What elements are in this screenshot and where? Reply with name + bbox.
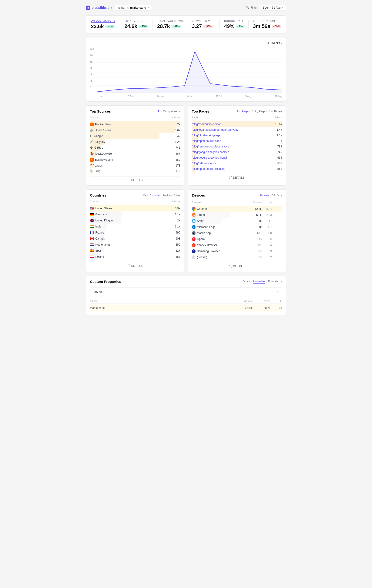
list-item[interactable]: 📱 Mobile App 431 1.8	[192, 230, 282, 236]
tab-size[interactable]: Size	[277, 194, 282, 197]
stat-unique-visitors-label: UNIQUE VISITORS	[91, 19, 115, 22]
list-item[interactable]: G Google 5.4k	[90, 133, 180, 139]
list-item[interactable]: e Microsoft Edge 1.1k 4.7	[192, 224, 282, 230]
stat-unique-visitors[interactable]: UNIQUE VISITORS 23.6k ↑ 80%	[91, 19, 115, 30]
stat-total-pageviews-value: 28.7k ↑ 62%	[157, 23, 183, 29]
list-item[interactable]: 🇺🇸 United States 5.9k	[90, 205, 180, 211]
pages-details-button[interactable]: ⛶ DETAILS	[192, 176, 282, 179]
list-item[interactable]: 🇩🇪 Germany 2.1k	[90, 211, 180, 218]
list-item[interactable]: /blog/google-analytics-cookies 745	[192, 149, 282, 155]
custom-properties-title: Custom Properties	[90, 280, 121, 284]
countries-details-button[interactable]: ⛶ DETAILS	[90, 264, 180, 267]
logo-dropdown-icon[interactable]: ▾	[111, 7, 112, 9]
list-item[interactable]: /blog/open-source-licenses 561	[192, 166, 282, 172]
author-dropdown[interactable]: author ▾	[90, 287, 282, 296]
list-item[interactable]: 🔗 Direct / None 6.6k	[90, 127, 180, 133]
col-page: Page	[192, 116, 198, 119]
col-events: Events	[252, 300, 270, 302]
list-item[interactable]: 🇫🇷 France 990	[90, 230, 180, 236]
stat-total-pageviews[interactable]: TOTAL PAGEVIEWS 28.7k ↑ 62%	[157, 20, 183, 29]
list-item[interactable]: Y Yandex 178	[90, 163, 180, 168]
stat-views-per-visit[interactable]: VIEWS PER VISIT 3.27 ↓ 33%	[192, 20, 215, 29]
tab-all[interactable]: All	[158, 110, 161, 113]
sources-table-header: Source Visitors	[90, 116, 180, 120]
stat-unique-visitors-badge: ↑ 80%	[105, 25, 115, 28]
list-item[interactable]: ? (not set) 53 0.2	[192, 254, 282, 260]
list-item[interactable]: 🇬🇧 United Kingdom 2k	[90, 218, 180, 223]
list-item[interactable]: /blog/open-source-saas 1k	[192, 138, 282, 144]
expand-icon: ⛶	[229, 265, 232, 268]
filter-value: marko-saric	[130, 6, 146, 9]
svg-marker-7	[97, 52, 282, 93]
funnels-chevron-icon[interactable]: ▾	[281, 280, 282, 284]
tab-map[interactable]: Map	[143, 194, 148, 197]
chart-y-labels: 12k 10k 8k 6k 4k 2k 0	[90, 48, 96, 89]
tab-entry-pages[interactable]: Entry Pages	[252, 110, 267, 113]
list-item[interactable]: 🇪🇸 Spain 527	[90, 248, 180, 254]
list-item[interactable]: /blog/google-analytics-illegal 635	[192, 155, 282, 160]
list-item[interactable]: Y hckrnews.com 359	[90, 157, 180, 163]
stat-visit-duration-badge: ↓ 39%	[272, 25, 281, 28]
list-item[interactable]: 🦆 DuckDuckGo 467	[90, 151, 180, 157]
list-item[interactable]: Chrome 12.3k 52.4	[192, 206, 282, 212]
list-item[interactable]: 🔍 Bing 172	[90, 168, 180, 174]
stat-divider-5	[248, 20, 248, 29]
top-sources-tabs: All Campaigns ▾	[158, 110, 180, 113]
table-row[interactable]: marko-saric 23.6k 28.7k 100	[90, 304, 282, 311]
tab-funnels[interactable]: Funnels	[268, 280, 278, 284]
tab-top-pages[interactable]: Top Pages	[237, 110, 250, 113]
sources-footer: ⛶ DETAILS	[90, 176, 180, 182]
chevron-down-icon: ▾	[281, 42, 282, 44]
list-item[interactable]: Y Yandex Browser 89 0.4	[192, 242, 282, 248]
sources-details-button[interactable]: ⛶ DETAILS	[90, 178, 180, 182]
tab-cities[interactable]: Cities	[174, 194, 180, 197]
list-item[interactable]: 🔗 dailydev 1.2k	[90, 139, 180, 145]
list-item[interactable]: 🦊 Firefox 5.2k 22.3	[192, 212, 282, 218]
stat-total-pageviews-label: TOTAL PAGEVIEWS	[157, 20, 183, 22]
tab-goals[interactable]: Goals	[242, 280, 250, 284]
col-browser: Browser	[192, 201, 247, 204]
sources-table: Y Hacker News 7k 🔗 Direct / None 6.6k G …	[90, 121, 180, 174]
list-item[interactable]: 🇨🇦 Canada 908	[90, 236, 180, 242]
tab-properties[interactable]: Properties	[253, 280, 266, 284]
list-item[interactable]: ⬤ Safari 4k 17	[192, 218, 282, 224]
tab-campaigns[interactable]: Campaigns	[163, 110, 177, 113]
stat-divider-4	[219, 20, 220, 29]
stat-divider-3	[187, 20, 187, 29]
list-item[interactable]: /blog/community-edition 13.6k	[192, 121, 282, 127]
date-range-picker[interactable]: 1 Jun - 31 Aug ▾	[260, 5, 286, 11]
list-item[interactable]: 🇳🇱 Netherlands 850	[90, 242, 180, 248]
col-pct: %	[262, 201, 272, 204]
tab-exit-pages[interactable]: Exit Pages	[269, 110, 282, 113]
stat-visit-duration[interactable]: VISIT DURATION 3m 56s ↓ 39%	[253, 20, 281, 29]
tab-browser[interactable]: Browser	[260, 194, 269, 197]
filter-close-icon[interactable]: ×	[147, 6, 149, 10]
chart-period-selector[interactable]: Weeks ▾	[272, 42, 282, 45]
tab-countries[interactable]: Countries	[150, 194, 161, 197]
list-item[interactable]: ⚙ GitHub 741	[90, 145, 180, 151]
tab-chevron-icon[interactable]: ▾	[179, 110, 180, 113]
tab-os[interactable]: OS	[272, 194, 275, 197]
filter-button[interactable]: 🔍 Filter	[246, 6, 257, 9]
list-item[interactable]: S Samsung Browser 65 0.3	[192, 248, 282, 254]
list-item[interactable]: /blog/remove-google-analytics 788	[192, 144, 282, 149]
list-item[interactable]: Y Hacker News 7k	[90, 121, 180, 127]
stat-bounce-rate[interactable]: BOUNCE RATE 49% ↑ 2%	[224, 20, 244, 29]
countries-panel: Countries Map Countries Regions Cities C…	[86, 189, 184, 272]
custom-properties-header: Custom Properties Goals Properties Funne…	[90, 280, 282, 284]
list-item[interactable]: /blog/legal-assessment-gdpr-eprivacy 1.4…	[192, 127, 282, 133]
list-item[interactable]: /blog/referrer-policy 631	[192, 160, 282, 166]
tab-regions[interactable]: Regions	[163, 194, 172, 197]
stat-bounce-rate-value: 49% ↑ 2%	[224, 23, 244, 29]
top-pages-tabs: Top Pages Entry Pages Exit Pages	[237, 110, 282, 113]
list-item[interactable]: 🇮🇳 India 1.1k	[90, 223, 180, 230]
download-icon[interactable]: ⬇	[267, 41, 270, 45]
list-item[interactable]: O Opera 118 0.5	[192, 236, 282, 242]
devices-details-button[interactable]: ⛶ DETAILS	[192, 265, 282, 268]
top-pages-header: Top Pages Top Pages Entry Pages Exit Pag…	[192, 109, 282, 113]
list-item[interactable]: 🇵🇱 Poland 488	[90, 254, 180, 260]
logo[interactable]: p plausible.io ▾	[86, 6, 112, 10]
list-item[interactable]: /blog/utm-tracking-tags 1.1k	[192, 133, 282, 138]
chart-svg	[97, 48, 282, 93]
stat-total-visits[interactable]: TOTAL VISITS 24.6k ↑ 75%	[124, 20, 148, 29]
